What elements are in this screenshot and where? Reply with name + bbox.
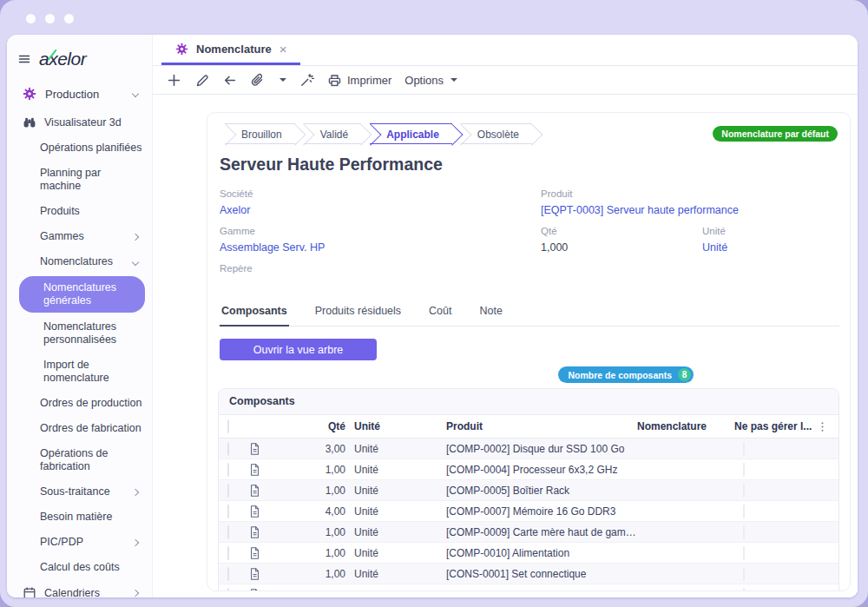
table-row[interactable]: 1,00 Unité [CONS-0002] Set visserie	[219, 584, 838, 591]
hamburger-menu-icon[interactable]	[17, 52, 31, 66]
column-header-nomenclature[interactable]: Nomenclature	[637, 420, 734, 432]
row-checkbox[interactable]	[227, 463, 229, 477]
item-calendriers[interactable]: Calendriers	[7, 580, 152, 597]
sidebar-module-production[interactable]: Production	[7, 80, 152, 109]
tab-cout[interactable]: Coût	[427, 305, 453, 327]
column-header-manage[interactable]: Ne pas gérer l...	[734, 420, 816, 432]
wand-button[interactable]	[299, 73, 314, 88]
item-nomenclatures-generales[interactable]: Nomenclatures générales	[19, 276, 145, 313]
item-visualisateur-3d[interactable]: Visualisateur 3d	[7, 109, 152, 135]
count-badge-label: Nombre de composants	[568, 370, 672, 380]
content-area: BrouillonValidéApplicableObsolète Nomenc…	[153, 95, 858, 597]
table-header: Qté Unité Produit Nomenclature Ne pas gé…	[219, 415, 838, 439]
field-gamme: Gamme Assemblage Serv. HP	[220, 226, 529, 255]
window-dot[interactable]	[45, 14, 55, 23]
record-title: Serveur Haute Performance	[220, 155, 839, 175]
gear-icon	[23, 87, 36, 101]
field-value-link[interactable]: [EQPT-0003] Serveur haute performance	[541, 204, 839, 218]
row-checkbox[interactable]	[227, 546, 229, 560]
manage-checkbox[interactable]	[743, 442, 745, 456]
tab-note[interactable]: Note	[477, 305, 503, 327]
row-checkbox[interactable]	[227, 442, 229, 456]
document-icon	[248, 505, 261, 518]
tab-nomenclature[interactable]: Nomenclature ×	[161, 35, 300, 65]
manage-checkbox[interactable]	[743, 567, 745, 581]
manage-checkbox[interactable]	[743, 525, 745, 539]
new-record-button[interactable]	[167, 73, 181, 88]
column-header-qty[interactable]: Qté	[274, 420, 354, 432]
manage-checkbox[interactable]	[743, 546, 745, 560]
field-produit: Produit [EQPT-0003] Serveur haute perfor…	[541, 188, 839, 218]
column-header-product[interactable]: Produit	[446, 420, 637, 432]
table-row[interactable]: 4,00 Unité [COMP-0007] Mémoire 16 Go DDR…	[219, 501, 838, 522]
window-dot[interactable]	[26, 14, 36, 23]
status-step-applicable[interactable]: Applicable	[370, 123, 452, 144]
status-step-valide[interactable]: Validé	[304, 123, 361, 144]
status-step-brouillon[interactable]: Brouillon	[225, 123, 295, 144]
sidebar-menu: Visualisateur 3d Opérations planifiées P…	[7, 109, 152, 597]
table-row[interactable]: 1,00 Unité [COMP-0004] Processeur 6x3,2 …	[219, 459, 838, 480]
document-icon	[248, 588, 261, 591]
field-repere: Repère	[220, 263, 529, 293]
toolbar: Imprimer Options	[153, 66, 858, 95]
print-button[interactable]: Imprimer	[327, 73, 391, 88]
field-value	[220, 279, 529, 293]
row-checkbox[interactable]	[227, 484, 229, 498]
sidebar-header: axelor	[7, 43, 152, 80]
chevron-right-icon	[132, 233, 139, 240]
tab-composants[interactable]: Composants	[220, 305, 289, 327]
item-import-de-nomenclature[interactable]: Import de nomenclature	[7, 353, 152, 391]
column-header-unit[interactable]: Unité	[354, 420, 446, 432]
item-nomenclatures[interactable]: Nomenclatures	[7, 249, 152, 274]
row-checkbox[interactable]	[227, 525, 229, 539]
open-tree-view-button[interactable]: Ouvrir la vue arbre	[220, 339, 377, 360]
item-nomenclatures-personnalisees[interactable]: Nomenclatures personnalisées	[7, 314, 152, 353]
axelor-logo: axelor	[39, 49, 86, 69]
printer-icon	[327, 73, 342, 88]
table-row[interactable]: 1,00 Unité [COMP-0010] Alimentation	[219, 543, 838, 564]
table-row[interactable]: 1,00 Unité [COMP-0009] Carte mère haut d…	[219, 522, 838, 543]
item-pic-pdp[interactable]: PIC/PDP	[7, 530, 152, 555]
close-icon[interactable]: ×	[279, 42, 287, 56]
item-besoin-matiere[interactable]: Besoin matière	[7, 505, 152, 530]
field-value-link[interactable]: Axelor	[220, 204, 529, 218]
gear-icon	[175, 43, 188, 56]
item-operations-planifiees[interactable]: Opérations planifiées	[7, 135, 152, 161]
select-all-checkbox[interactable]	[227, 419, 229, 433]
item-ordres-de-fabrication[interactable]: Ordres de fabrication	[7, 416, 152, 441]
panel-title: Composants	[219, 389, 838, 415]
item-calcul-des-couts[interactable]: Calcul des coûts	[7, 555, 152, 580]
attachment-button[interactable]	[250, 73, 265, 88]
back-button[interactable]	[222, 73, 237, 88]
window-controls	[26, 14, 74, 23]
field-value-link[interactable]: Unité	[702, 241, 839, 255]
row-checkbox[interactable]	[227, 505, 229, 518]
edit-button[interactable]	[194, 73, 209, 88]
item-planning-par-machine[interactable]: Planning par machine	[7, 161, 152, 199]
tab-produits-residuels[interactable]: Produits résiduels	[313, 305, 403, 327]
manage-checkbox[interactable]	[743, 463, 745, 477]
manage-checkbox[interactable]	[743, 505, 745, 518]
detail-tabs: ComposantsProduits résiduelsCoûtNote	[220, 305, 839, 327]
item-produits[interactable]: Produits	[7, 199, 152, 224]
options-menu-button[interactable]: Options	[404, 74, 457, 87]
row-checkbox[interactable]	[227, 567, 229, 581]
status-step-obsolete[interactable]: Obsolète	[461, 123, 532, 144]
column-menu-icon[interactable]	[816, 420, 829, 433]
table-row[interactable]: 1,00 Unité [COMP-0005] Boîtier Rack	[219, 480, 838, 501]
item-operations-de-fabrication[interactable]: Opérations de fabrication	[7, 441, 152, 479]
table-row[interactable]: 3,00 Unité [COMP-0002] Disque dur SSD 10…	[219, 439, 838, 459]
item-sous-traitance[interactable]: Sous-traitance	[7, 479, 152, 505]
status-row: BrouillonValidéApplicableObsolète Nomenc…	[218, 123, 839, 144]
manage-checkbox[interactable]	[743, 588, 745, 591]
components-count-badge: Nombre de composants 8	[558, 366, 694, 383]
item-ordres-de-production[interactable]: Ordres de production	[7, 391, 152, 416]
manage-checkbox[interactable]	[743, 484, 745, 498]
field-value-link[interactable]: Assemblage Serv. HP	[220, 241, 529, 255]
attachment-caret-icon[interactable]	[279, 78, 286, 82]
chevron-right-icon	[132, 590, 139, 597]
table-row[interactable]: 1,00 Unité [CONS-0001] Set connectique	[219, 564, 838, 584]
item-gammes[interactable]: Gammes	[7, 224, 152, 249]
window-dot[interactable]	[64, 14, 74, 23]
row-checkbox[interactable]	[227, 588, 229, 591]
